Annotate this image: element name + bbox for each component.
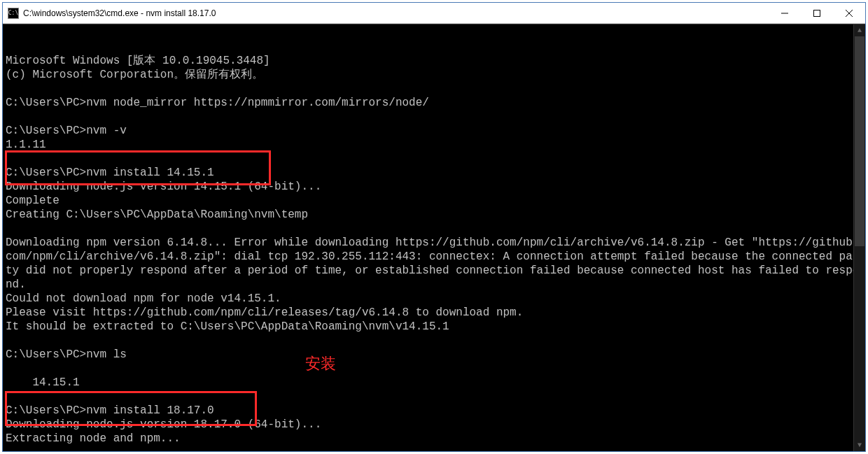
vertical-scrollbar[interactable]: ▲ ▼ (853, 24, 865, 451)
terminal-line: Downloading npm version 6.14.8... Error … (6, 236, 862, 292)
terminal-line: Downloading node.js version 14.15.1 (64-… (6, 180, 862, 194)
terminal-line: C:\Users\PC>nvm ls (6, 348, 862, 362)
terminal-line (6, 334, 862, 348)
titlebar[interactable]: C:\ C:\windows\system32\cmd.exe - nvm in… (3, 3, 865, 24)
terminal-line: (c) Microsoft Corporation。保留所有权利。 (6, 68, 862, 82)
scroll-down-icon[interactable]: ▼ (854, 439, 865, 451)
minimize-icon (781, 10, 788, 17)
terminal-line: 14.15.1 (6, 376, 862, 390)
svg-rect-1 (814, 10, 820, 16)
terminal-line (6, 390, 862, 404)
terminal-line: C:\Users\PC>nvm install 18.17.0 (6, 404, 862, 418)
terminal-line: 1.1.11 (6, 138, 862, 152)
terminal-line: C:\Users\PC>nvm -v (6, 124, 862, 138)
terminal-line: Extracting node and npm... (6, 432, 862, 446)
window-title: C:\windows\system32\cmd.exe - nvm instal… (23, 8, 769, 18)
window-controls (769, 3, 865, 23)
scroll-thumb[interactable] (855, 36, 864, 246)
terminal-line: Creating C:\Users\PC\AppData\Roaming\nvm… (6, 208, 862, 222)
terminal-line: Complete (6, 194, 862, 208)
minimize-button[interactable] (769, 3, 801, 23)
app-window: C:\ C:\windows\system32\cmd.exe - nvm in… (2, 2, 866, 452)
terminal-line (6, 362, 862, 376)
terminal-line: Microsoft Windows [版本 10.0.19045.3448] (6, 54, 862, 68)
terminal-line: C:\Users\PC>nvm install 14.15.1 (6, 166, 862, 180)
maximize-button[interactable] (801, 3, 833, 23)
maximize-icon (813, 10, 820, 17)
terminal-area[interactable]: Microsoft Windows [版本 10.0.19045.3448](c… (3, 24, 865, 451)
terminal-line: Please visit https://github.com/npm/cli/… (6, 306, 862, 320)
terminal-line: Could not download npm for node v14.15.1… (6, 292, 862, 306)
terminal-line (6, 222, 862, 236)
terminal-line (6, 82, 862, 96)
close-button[interactable] (833, 3, 865, 23)
terminal-line: C:\Users\PC>nvm node_mirror https://npmm… (6, 96, 862, 110)
close-icon (846, 10, 853, 17)
terminal-line: It should be extracted to C:\Users\PC\Ap… (6, 320, 862, 334)
terminal-content: Microsoft Windows [版本 10.0.19045.3448](c… (6, 54, 862, 446)
cmd-icon: C:\ (8, 8, 19, 19)
terminal-line (6, 110, 862, 124)
terminal-line: Downloading node.js version 18.17.0 (64-… (6, 418, 862, 432)
scroll-up-icon[interactable]: ▲ (854, 24, 865, 36)
terminal-line (6, 152, 862, 166)
